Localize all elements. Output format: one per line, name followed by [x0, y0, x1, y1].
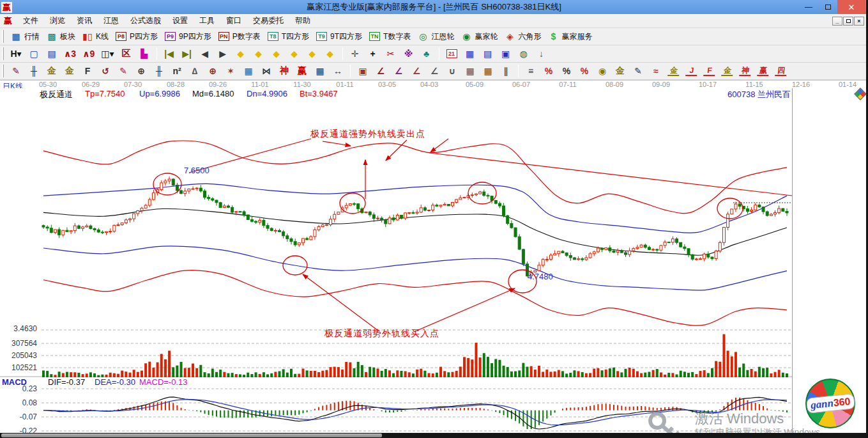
diamond-left-button[interactable]: ◆: [232, 47, 250, 61]
gann-compass-button[interactable]: ⊕: [204, 64, 222, 79]
kline-button[interactable]: ▮▯K线: [79, 29, 112, 44]
menu-item-news[interactable]: 资讯: [71, 14, 98, 27]
diamond-expand-h-button[interactable]: ◆: [268, 47, 286, 61]
data-download-button[interactable]: ↓: [533, 47, 551, 61]
horizontal-scrollbar[interactable]: [0, 433, 868, 438]
percent-retrace-2-button[interactable]: %: [558, 64, 575, 79]
calendar-button[interactable]: 21: [443, 48, 461, 59]
prev-bar-button[interactable]: ◀: [196, 47, 214, 61]
wave-9-button[interactable]: ∧9: [79, 47, 98, 61]
t9-square-button[interactable]: T99T四方形: [312, 30, 365, 43]
menu-item-formula-stock-pick[interactable]: 公式选股: [125, 14, 167, 27]
gann-fan-3-button[interactable]: ∠: [407, 64, 425, 79]
width-measure-button[interactable]: ↔: [329, 64, 347, 79]
arc-tool-button[interactable]: ∪: [443, 64, 461, 79]
hand-tool-button[interactable]: ✛: [346, 47, 364, 61]
time-lines-button[interactable]: ╫: [150, 64, 168, 79]
zoom-area-button[interactable]: ▢: [25, 47, 43, 61]
diamond-expand-v-button[interactable]: ◆: [303, 47, 321, 61]
next-bar-button[interactable]: ▶: [214, 47, 232, 61]
gann-tool-b-button[interactable]: ♣: [418, 47, 436, 61]
corner-diamond-icon[interactable]: [855, 89, 866, 100]
ying-angle-line-button[interactable]: 赢: [754, 65, 772, 77]
menu-item-trade-order[interactable]: 交易委托: [247, 14, 289, 27]
menu-item-browse[interactable]: 浏览: [44, 14, 71, 27]
spiral-button[interactable]: ↺: [96, 64, 114, 79]
delete-drawing-button[interactable]: ✂: [382, 47, 400, 61]
gold-angle-line-button[interactable]: 金: [719, 65, 736, 77]
restore-button[interactable]: [818, 0, 837, 14]
p9-square-button[interactable]: P99P四方形: [161, 30, 215, 43]
menu-item-help[interactable]: 帮助: [289, 14, 316, 27]
gann-wheel-button[interactable]: ◎江恩轮: [414, 29, 457, 44]
winner-wheel-button[interactable]: ◉赢家轮: [457, 29, 501, 44]
scrollbar-thumb[interactable]: [1, 434, 382, 437]
swing-tool-button[interactable]: ⋈: [257, 64, 275, 79]
child-restore-button[interactable]: [843, 17, 853, 26]
shen-angle-line-button[interactable]: 神: [736, 65, 754, 77]
menu-item-window[interactable]: 窗口: [220, 14, 247, 27]
calculator-button[interactable]: ▦: [461, 47, 479, 61]
parallel-lines-button[interactable]: ∥: [497, 64, 515, 79]
p-square-button[interactable]: P8P四方形: [112, 30, 161, 43]
gann-fan-2-button[interactable]: ∠: [390, 64, 407, 79]
angle-line-button[interactable]: ∠: [425, 64, 443, 79]
gann-fan-1-button[interactable]: ∠: [372, 64, 390, 79]
toolbar-grip[interactable]: [2, 47, 4, 60]
grid-box-2-button[interactable]: ▦: [479, 64, 497, 79]
j-angle-line-button[interactable]: J: [683, 65, 701, 77]
angle-tool-button[interactable]: ∆: [186, 64, 204, 79]
wave-band-button[interactable]: ≈: [647, 64, 665, 79]
ying-grid-button[interactable]: 赢: [293, 64, 311, 79]
save-button[interactable]: ▣: [497, 47, 515, 61]
gann-box-button[interactable]: ▣: [354, 64, 372, 79]
menu-item-settings[interactable]: 设置: [167, 14, 194, 27]
golden-lines-button[interactable]: 金: [611, 64, 629, 79]
golden-circle-button[interactable]: ◉: [593, 64, 611, 79]
price-grid-button[interactable]: ▦: [311, 64, 329, 79]
t-square-button[interactable]: T8T四方形: [264, 30, 312, 43]
p-number-table-button[interactable]: PNP数字表: [215, 30, 264, 43]
percent-retrace-1-button[interactable]: %: [540, 64, 558, 79]
web-grid-button[interactable]: ▦: [240, 64, 257, 79]
child-close-button[interactable]: ×: [854, 17, 864, 26]
close-button[interactable]: ✕: [837, 0, 865, 14]
candle-style-dropdown-button[interactable]: ◫▾: [98, 47, 117, 61]
web-sync-button[interactable]: ◍: [515, 47, 533, 61]
diamond-shrink-h-button[interactable]: ◆: [286, 47, 303, 61]
f10-info-button[interactable]: ▤: [43, 47, 61, 61]
brush-line-2-button[interactable]: ✎: [114, 64, 132, 79]
percent-lines-button[interactable]: %: [575, 64, 593, 79]
winner-service-button[interactable]: $赢家服务: [544, 29, 595, 44]
golden-section-1-button[interactable]: 金: [43, 64, 61, 79]
toolbar-grip[interactable]: [2, 30, 4, 43]
menu-item-tools[interactable]: 工具: [194, 14, 220, 27]
hexagon-button[interactable]: ◈六角形: [501, 29, 544, 44]
child-minimize-button[interactable]: _: [832, 17, 842, 26]
chart-style-dropdown-button[interactable]: H▾: [7, 47, 25, 61]
quotes-button[interactable]: ▦行情: [7, 29, 43, 44]
toolbar-grip[interactable]: [2, 65, 4, 77]
chart-canvas[interactable]: 极反通道 Tp=7.7540 Up=6.9986 Md=6.1480 Dn=4.…: [0, 88, 868, 433]
first-page-button[interactable]: |◀: [160, 47, 178, 61]
golden-angle-button[interactable]: 金: [665, 65, 683, 77]
menu-item-file[interactable]: 文件: [17, 14, 44, 27]
crosshair-tool-button[interactable]: +: [364, 47, 382, 61]
fibonacci-lines-button[interactable]: F: [79, 64, 96, 79]
pen-tool-button[interactable]: ✎: [629, 64, 647, 79]
minimize-button[interactable]: —: [799, 0, 818, 14]
wave-3-button[interactable]: ∧3: [61, 47, 79, 61]
diamond-grid-button[interactable]: ◆: [321, 47, 339, 61]
memo-button[interactable]: ▤: [479, 47, 497, 61]
pattern-filter-button[interactable]: 区: [118, 47, 135, 61]
si-angle-line-button[interactable]: 四: [772, 65, 790, 77]
last-page-button[interactable]: ▶|: [178, 47, 196, 61]
grid-box-1-button[interactable]: ▦: [461, 64, 479, 79]
n-square-button[interactable]: n²: [168, 64, 186, 79]
color-volume-button[interactable]: ▙: [135, 47, 153, 61]
t-number-table-button[interactable]: TNT数字表: [365, 30, 414, 43]
star-grid-button[interactable]: ✶: [222, 64, 240, 79]
sectors-button[interactable]: ▩板块: [43, 29, 79, 44]
menu-item-gann[interactable]: 江恩: [98, 14, 125, 27]
time-circle-button[interactable]: ⊕: [132, 64, 150, 79]
